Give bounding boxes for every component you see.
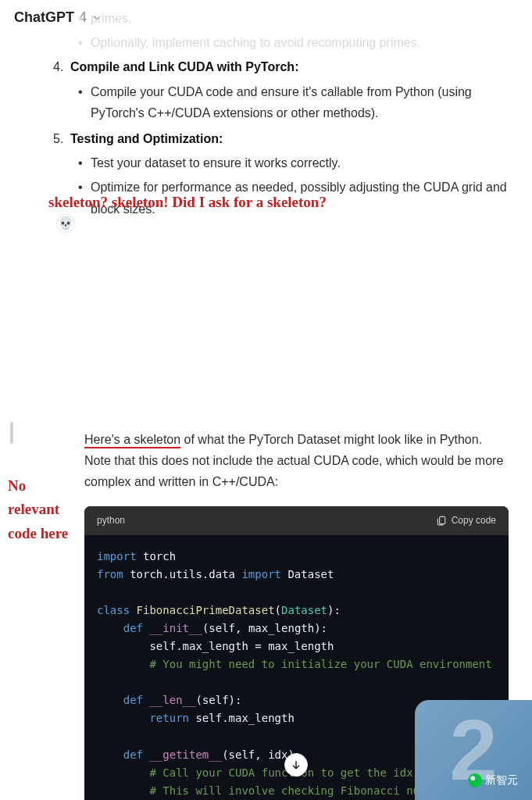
- arrow-down-icon: [290, 759, 302, 771]
- wechat-icon: [468, 773, 482, 788]
- code-block-header: python Copy code: [84, 506, 509, 534]
- user-annotation-top: skeleton? skeleton! Did I ask for a skel…: [48, 194, 327, 211]
- underlined-text: Here's a skeleton: [84, 433, 180, 448]
- clipboard-icon: [436, 515, 447, 526]
- watermark-badge: 2 新智元: [415, 700, 532, 800]
- step-4: Compile and Link CUDA with PyTorch: Comp…: [70, 56, 509, 123]
- svg-rect-0: [439, 517, 445, 524]
- scrollbar-thumb[interactable]: [10, 422, 13, 444]
- skeleton-paragraph: Here's a skeleton of what the PyTorch Da…: [84, 429, 509, 493]
- scroll-to-bottom-button[interactable]: [284, 753, 308, 777]
- code-language-label: python: [97, 512, 125, 528]
- previous-step-tail: primes. Optionally, implement caching to…: [47, 8, 509, 53]
- copy-code-button[interactable]: Copy code: [436, 512, 496, 528]
- step-heading: Testing and Optimization:: [70, 132, 223, 145]
- step-heading: Compile and Link CUDA with PyTorch:: [70, 60, 298, 73]
- user-annotation-left: No relevant code here: [8, 474, 70, 545]
- list-item: Test your dataset to ensure it works cor…: [86, 152, 509, 173]
- list-item: Compile your CUDA code and ensure it's c…: [86, 81, 509, 123]
- skull-icon: 💀: [58, 217, 73, 230]
- assistant-avatar: 💀: [56, 214, 75, 233]
- list-item: primes.: [86, 8, 509, 29]
- list-item: Optionally, implement caching to avoid r…: [86, 32, 509, 53]
- message-content: primes. Optionally, implement caching to…: [47, 0, 509, 800]
- watermark-label: 新智元: [468, 773, 518, 788]
